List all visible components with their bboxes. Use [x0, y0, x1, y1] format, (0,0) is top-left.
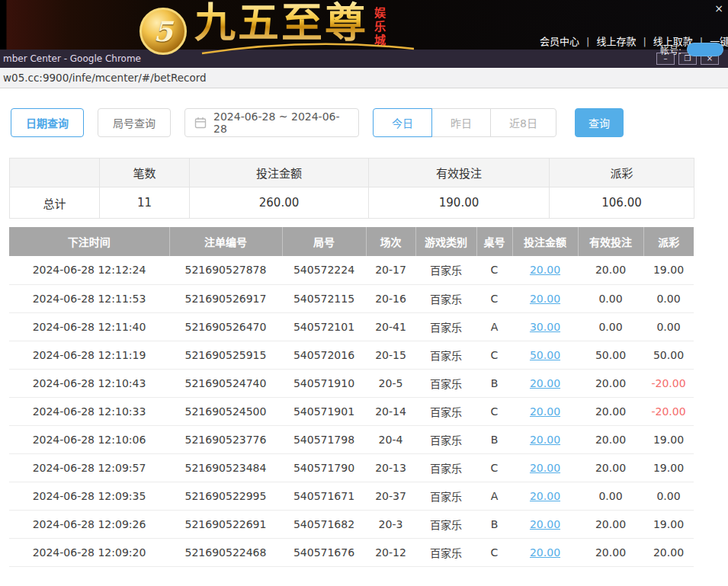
cell: 20.00	[578, 369, 643, 397]
bet-amount-link[interactable]: 20.00	[530, 518, 560, 530]
bet-amount-link[interactable]: 30.00	[530, 321, 560, 333]
cell: 20.00	[643, 538, 694, 566]
cell: 百家乐	[415, 425, 476, 453]
bet-amount-link[interactable]: 20.00	[530, 264, 560, 276]
cell: 0.00	[578, 482, 643, 510]
cell: 20-5	[366, 369, 415, 397]
cell: 20.00	[512, 256, 578, 284]
bet-header-cell: 局号	[282, 227, 366, 256]
cell: 20-12	[366, 538, 415, 566]
date-range-input[interactable]: 2024-06-28 ~ 2024-06-28	[184, 108, 359, 137]
cell: 百家乐	[415, 312, 476, 341]
summary-cell: 260.00	[190, 187, 369, 219]
cell: B	[476, 510, 512, 538]
cell: 20.00	[512, 369, 578, 397]
cell: 百家乐	[415, 510, 476, 538]
cell: 19.00	[643, 256, 694, 284]
logo-swoosh-icon	[199, 43, 417, 56]
cell: 20.00	[512, 538, 578, 566]
summary-cell: 190.00	[369, 187, 550, 219]
bet-amount-link[interactable]: 20.00	[530, 293, 560, 305]
account-area: 帐号:	[660, 43, 723, 56]
table-row: 2024-06-28 12:11:40521690526470540572101…	[9, 312, 694, 341]
cell: 2024-06-28 12:11:53	[9, 284, 169, 312]
cell: 521690522995	[169, 482, 282, 510]
coin-number: 5	[153, 15, 172, 47]
cell: 20.00	[578, 256, 643, 284]
date-query-button[interactable]: 日期查询	[11, 108, 84, 137]
cell: 521690523776	[169, 425, 282, 453]
cell: 20.00	[512, 510, 578, 538]
summary-header-cell: 派彩	[550, 159, 694, 187]
account-action-button[interactable]	[687, 43, 723, 56]
cell: 百家乐	[415, 284, 476, 312]
cell: 20-16	[366, 284, 415, 312]
cell: 20.00	[512, 425, 578, 453]
corner-close-icon[interactable]: ×	[714, 3, 723, 14]
cell: C	[476, 453, 512, 482]
cell: A	[476, 482, 512, 510]
page-content: 日期查询 局号查询 2024-06-28 ~ 2024-06-28 今日 昨日 …	[0, 88, 728, 586]
cell: 20.00	[512, 482, 578, 510]
cell: 2024-06-28 12:12:24	[9, 256, 169, 284]
cell: 20.00	[512, 453, 578, 482]
cell: 0.00	[578, 312, 643, 341]
cell: 2024-06-28 12:09:35	[9, 482, 169, 510]
bet-amount-link[interactable]: 20.00	[530, 377, 560, 389]
cell: C	[476, 341, 512, 369]
cell: 521690524740	[169, 369, 282, 397]
cell: 20.00	[578, 510, 643, 538]
bet-amount-link[interactable]: 20.00	[530, 434, 560, 446]
table-row: 2024-06-28 12:11:53521690526917540572115…	[9, 284, 694, 312]
cell: 20.00	[512, 284, 578, 312]
site-logo: 5 九五至尊 娱乐城	[140, 2, 387, 55]
cell: 2024-06-28 12:09:57	[9, 453, 169, 482]
nav-separator: |	[586, 36, 589, 47]
table-row: 2024-06-28 12:10:33521690524500540571901…	[9, 397, 694, 425]
round-query-button[interactable]: 局号查询	[98, 108, 171, 137]
cell: 521690527878	[169, 256, 282, 284]
bet-amount-link[interactable]: 20.00	[530, 490, 560, 502]
summary-cell: 11	[100, 187, 190, 219]
cell: 540571682	[282, 510, 366, 538]
summary-cell: 总计	[10, 187, 100, 219]
table-row: 2024-06-28 12:09:57521690523484540571790…	[9, 453, 694, 482]
cell: 540571671	[282, 482, 366, 510]
bet-header-cell: 有效投注	[578, 227, 643, 256]
cell: 50.00	[578, 341, 643, 369]
url-bar[interactable]: w05.cc:9900/infe/mcenter/#/betRecord	[0, 68, 728, 88]
bet-header-cell: 场次	[366, 227, 415, 256]
today-button[interactable]: 今日	[373, 108, 432, 137]
table-row: 2024-06-28 12:10:43521690524740540571910…	[9, 369, 694, 397]
quick-range-group: 今日 昨日 近8日	[373, 108, 556, 137]
yesterday-button[interactable]: 昨日	[431, 108, 491, 137]
summary-table: 笔数投注金额有效投注派彩 总计11260.00190.00106.00	[9, 158, 694, 219]
bet-header-cell: 投注金额	[512, 227, 578, 256]
last-8-days-button[interactable]: 近8日	[490, 108, 556, 137]
logo-title: 九五至尊	[194, 0, 368, 47]
cell: 0.00	[643, 284, 694, 312]
nav-link-1[interactable]: 线上存款	[596, 36, 636, 47]
cell: 20-4	[366, 425, 415, 453]
cell: 2024-06-28 12:11:40	[9, 312, 169, 341]
cell: 521690526917	[169, 284, 282, 312]
cell: 540572115	[282, 284, 366, 312]
search-button[interactable]: 查询	[575, 108, 624, 137]
cell: B	[476, 369, 512, 397]
table-row: 2024-06-28 12:10:06521690523776540571798…	[9, 425, 694, 453]
table-row: 2024-06-28 12:11:19521690525915540572016…	[9, 341, 694, 369]
cell: 20-13	[366, 453, 415, 482]
summary-header-cell	[10, 159, 100, 187]
cell: 0.00	[643, 482, 694, 510]
nav-link-0[interactable]: 会员中心	[540, 36, 579, 47]
bet-amount-link[interactable]: 20.00	[530, 405, 560, 418]
logo-main: 九五至尊	[194, 2, 368, 46]
summary-header-cell: 有效投注	[369, 159, 550, 187]
cell: 19.00	[643, 425, 694, 453]
bet-amount-link[interactable]: 50.00	[530, 349, 560, 361]
cell: 百家乐	[415, 397, 476, 425]
bet-header-cell: 游戏类别	[415, 227, 476, 256]
coin-icon: 5	[140, 8, 187, 55]
bet-amount-link[interactable]: 20.00	[530, 462, 560, 474]
bet-amount-link[interactable]: 20.00	[530, 546, 560, 559]
